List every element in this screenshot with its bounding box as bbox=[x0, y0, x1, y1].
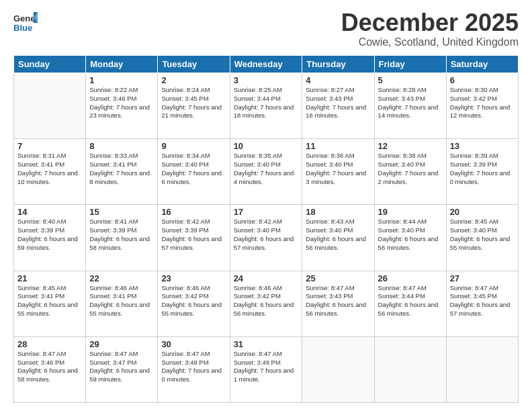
calendar-cell: 8Sunrise: 8:33 AMSunset: 3:41 PMDaylight… bbox=[86, 139, 158, 205]
day-number: 14 bbox=[17, 207, 82, 217]
day-info: Sunrise: 8:42 AMSunset: 3:40 PMDaylight:… bbox=[234, 218, 299, 252]
calendar-cell: 17Sunrise: 8:42 AMSunset: 3:40 PMDayligh… bbox=[230, 205, 302, 271]
day-number: 16 bbox=[161, 207, 226, 217]
calendar-table: Sunday Monday Tuesday Wednesday Thursday… bbox=[13, 55, 519, 403]
day-info: Sunrise: 8:47 AMSunset: 3:44 PMDaylight:… bbox=[378, 284, 443, 318]
day-number: 26 bbox=[378, 273, 443, 283]
page: General Blue December 2025 Cowie, Scotla… bbox=[0, 0, 532, 411]
col-saturday: Saturday bbox=[446, 56, 518, 73]
day-number: 13 bbox=[450, 141, 515, 151]
calendar-week-1: 7Sunrise: 8:31 AMSunset: 3:41 PMDaylight… bbox=[14, 139, 519, 205]
day-info: Sunrise: 8:27 AMSunset: 3:43 PMDaylight:… bbox=[306, 86, 370, 120]
svg-text:Blue: Blue bbox=[13, 23, 32, 33]
col-friday: Friday bbox=[374, 56, 446, 73]
day-number: 11 bbox=[306, 141, 370, 151]
calendar-cell bbox=[302, 336, 374, 402]
col-monday: Monday bbox=[86, 56, 158, 73]
calendar-cell: 19Sunrise: 8:44 AMSunset: 3:40 PMDayligh… bbox=[374, 205, 446, 271]
day-number: 2 bbox=[161, 75, 226, 85]
day-info: Sunrise: 8:22 AMSunset: 3:46 PMDaylight:… bbox=[89, 86, 154, 120]
col-tuesday: Tuesday bbox=[158, 56, 230, 73]
calendar-cell: 22Sunrise: 8:46 AMSunset: 3:41 PMDayligh… bbox=[86, 271, 158, 336]
calendar-week-3: 21Sunrise: 8:45 AMSunset: 3:41 PMDayligh… bbox=[14, 271, 519, 336]
calendar-cell: 18Sunrise: 8:43 AMSunset: 3:40 PMDayligh… bbox=[302, 205, 374, 271]
calendar-cell: 14Sunrise: 8:40 AMSunset: 3:39 PMDayligh… bbox=[14, 205, 86, 271]
day-info: Sunrise: 8:41 AMSunset: 3:39 PMDaylight:… bbox=[89, 218, 154, 252]
day-info: Sunrise: 8:38 AMSunset: 3:40 PMDaylight:… bbox=[378, 152, 443, 186]
calendar-cell: 1Sunrise: 8:22 AMSunset: 3:46 PMDaylight… bbox=[86, 73, 158, 139]
logo-icon: General Blue bbox=[13, 11, 38, 35]
day-number: 9 bbox=[161, 141, 226, 151]
day-info: Sunrise: 8:31 AMSunset: 3:41 PMDaylight:… bbox=[17, 152, 82, 186]
calendar-week-2: 14Sunrise: 8:40 AMSunset: 3:39 PMDayligh… bbox=[14, 205, 519, 271]
day-info: Sunrise: 8:47 AMSunset: 3:45 PMDaylight:… bbox=[450, 284, 515, 318]
calendar-cell: 9Sunrise: 8:34 AMSunset: 3:40 PMDaylight… bbox=[158, 139, 230, 205]
day-info: Sunrise: 8:34 AMSunset: 3:40 PMDaylight:… bbox=[161, 152, 226, 186]
day-number: 8 bbox=[89, 141, 154, 151]
day-number: 3 bbox=[234, 75, 299, 85]
title-section: December 2025 Cowie, Scotland, United Ki… bbox=[341, 11, 519, 48]
calendar-cell: 15Sunrise: 8:41 AMSunset: 3:39 PMDayligh… bbox=[86, 205, 158, 271]
calendar-cell bbox=[14, 73, 86, 139]
day-number: 25 bbox=[306, 273, 370, 283]
day-number: 18 bbox=[306, 207, 370, 217]
day-number: 28 bbox=[17, 339, 82, 349]
day-info: Sunrise: 8:43 AMSunset: 3:40 PMDaylight:… bbox=[306, 218, 370, 252]
calendar-cell: 29Sunrise: 8:47 AMSunset: 3:47 PMDayligh… bbox=[86, 336, 158, 402]
day-info: Sunrise: 8:40 AMSunset: 3:39 PMDaylight:… bbox=[17, 218, 82, 252]
day-number: 22 bbox=[89, 273, 154, 283]
day-info: Sunrise: 8:24 AMSunset: 3:45 PMDaylight:… bbox=[161, 86, 226, 120]
calendar-cell: 6Sunrise: 8:30 AMSunset: 3:42 PMDaylight… bbox=[446, 73, 518, 139]
calendar-header-row: Sunday Monday Tuesday Wednesday Thursday… bbox=[14, 56, 519, 73]
day-number: 23 bbox=[161, 273, 226, 283]
calendar-cell: 7Sunrise: 8:31 AMSunset: 3:41 PMDaylight… bbox=[14, 139, 86, 205]
calendar-cell: 10Sunrise: 8:35 AMSunset: 3:40 PMDayligh… bbox=[230, 139, 302, 205]
calendar-week-0: 1Sunrise: 8:22 AMSunset: 3:46 PMDaylight… bbox=[14, 73, 519, 139]
calendar-cell: 28Sunrise: 8:47 AMSunset: 3:46 PMDayligh… bbox=[14, 336, 86, 402]
calendar-cell: 2Sunrise: 8:24 AMSunset: 3:45 PMDaylight… bbox=[158, 73, 230, 139]
day-info: Sunrise: 8:47 AMSunset: 3:47 PMDaylight:… bbox=[89, 350, 154, 384]
day-number: 21 bbox=[17, 273, 82, 283]
calendar-cell: 3Sunrise: 8:25 AMSunset: 3:44 PMDaylight… bbox=[230, 73, 302, 139]
header: General Blue December 2025 Cowie, Scotla… bbox=[13, 11, 519, 48]
day-info: Sunrise: 8:46 AMSunset: 3:42 PMDaylight:… bbox=[234, 284, 299, 318]
day-number: 17 bbox=[234, 207, 299, 217]
day-info: Sunrise: 8:45 AMSunset: 3:41 PMDaylight:… bbox=[17, 284, 82, 318]
day-info: Sunrise: 8:47 AMSunset: 3:48 PMDaylight:… bbox=[161, 350, 226, 384]
day-info: Sunrise: 8:36 AMSunset: 3:40 PMDaylight:… bbox=[306, 152, 370, 186]
col-sunday: Sunday bbox=[14, 56, 86, 73]
day-info: Sunrise: 8:39 AMSunset: 3:39 PMDaylight:… bbox=[450, 152, 515, 186]
day-info: Sunrise: 8:45 AMSunset: 3:40 PMDaylight:… bbox=[450, 218, 515, 252]
calendar-cell: 5Sunrise: 8:28 AMSunset: 3:43 PMDaylight… bbox=[374, 73, 446, 139]
calendar-cell: 23Sunrise: 8:46 AMSunset: 3:42 PMDayligh… bbox=[158, 271, 230, 336]
day-number: 7 bbox=[17, 141, 82, 151]
calendar-cell: 20Sunrise: 8:45 AMSunset: 3:40 PMDayligh… bbox=[446, 205, 518, 271]
day-number: 4 bbox=[306, 75, 370, 85]
calendar-week-4: 28Sunrise: 8:47 AMSunset: 3:46 PMDayligh… bbox=[14, 336, 519, 402]
day-info: Sunrise: 8:47 AMSunset: 3:49 PMDaylight:… bbox=[234, 350, 299, 384]
calendar-cell: 12Sunrise: 8:38 AMSunset: 3:40 PMDayligh… bbox=[374, 139, 446, 205]
day-number: 5 bbox=[378, 75, 443, 85]
col-thursday: Thursday bbox=[302, 56, 374, 73]
day-info: Sunrise: 8:33 AMSunset: 3:41 PMDaylight:… bbox=[89, 152, 154, 186]
col-wednesday: Wednesday bbox=[230, 56, 302, 73]
day-number: 30 bbox=[161, 339, 226, 349]
calendar-cell: 30Sunrise: 8:47 AMSunset: 3:48 PMDayligh… bbox=[158, 336, 230, 402]
day-info: Sunrise: 8:30 AMSunset: 3:42 PMDaylight:… bbox=[450, 86, 515, 120]
calendar-cell: 31Sunrise: 8:47 AMSunset: 3:49 PMDayligh… bbox=[230, 336, 302, 402]
calendar-cell: 26Sunrise: 8:47 AMSunset: 3:44 PMDayligh… bbox=[374, 271, 446, 336]
day-info: Sunrise: 8:44 AMSunset: 3:40 PMDaylight:… bbox=[378, 218, 443, 252]
day-info: Sunrise: 8:46 AMSunset: 3:42 PMDaylight:… bbox=[161, 284, 226, 318]
day-info: Sunrise: 8:47 AMSunset: 3:46 PMDaylight:… bbox=[17, 350, 82, 384]
calendar-cell: 4Sunrise: 8:27 AMSunset: 3:43 PMDaylight… bbox=[302, 73, 374, 139]
location: Cowie, Scotland, United Kingdom bbox=[341, 36, 519, 48]
day-number: 27 bbox=[450, 273, 515, 283]
day-number: 29 bbox=[89, 339, 154, 349]
calendar-cell bbox=[446, 336, 518, 402]
day-number: 6 bbox=[450, 75, 515, 85]
calendar-cell: 27Sunrise: 8:47 AMSunset: 3:45 PMDayligh… bbox=[446, 271, 518, 336]
calendar-cell: 16Sunrise: 8:42 AMSunset: 3:39 PMDayligh… bbox=[158, 205, 230, 271]
day-number: 1 bbox=[89, 75, 154, 85]
day-number: 19 bbox=[378, 207, 443, 217]
calendar-cell: 11Sunrise: 8:36 AMSunset: 3:40 PMDayligh… bbox=[302, 139, 374, 205]
